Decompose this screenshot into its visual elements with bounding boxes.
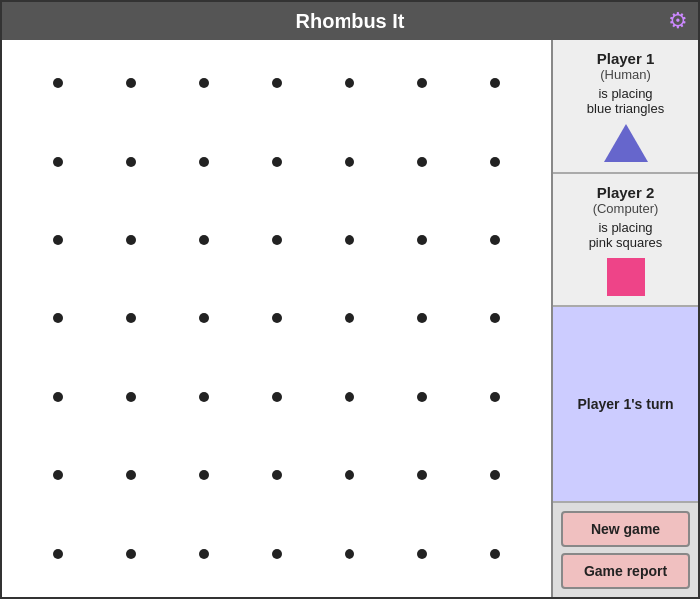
dot-cell[interactable] — [313, 123, 385, 202]
dot — [126, 549, 136, 559]
new-game-button[interactable]: New game — [561, 511, 690, 547]
dot-cell[interactable] — [385, 514, 458, 593]
dot — [490, 313, 500, 323]
dot — [272, 313, 282, 323]
dot-cell[interactable] — [168, 44, 241, 123]
dot-cell[interactable] — [313, 357, 385, 436]
app: Rhombus It ⚙ Player 1 (Human) is placing… — [0, 0, 700, 599]
dot — [199, 78, 209, 88]
dot-cell[interactable] — [22, 514, 95, 593]
dot-cell[interactable] — [313, 280, 385, 358]
game-report-button[interactable]: Game report — [561, 553, 690, 589]
dot-cell[interactable] — [458, 357, 531, 436]
dot — [53, 157, 63, 167]
dot-cell[interactable] — [22, 44, 95, 123]
dot-cell[interactable] — [168, 280, 241, 358]
dot-cell[interactable] — [95, 436, 168, 515]
dot — [345, 235, 354, 245]
dot-cell[interactable] — [168, 514, 241, 593]
dot — [490, 235, 500, 245]
dot — [126, 392, 136, 402]
dot-cell[interactable] — [168, 201, 241, 280]
dot-cell[interactable] — [385, 44, 458, 123]
dot — [490, 157, 500, 167]
sidebar: Player 1 (Human) is placing blue triangl… — [553, 40, 698, 597]
player2-shape-display — [563, 258, 688, 296]
dot-cell[interactable] — [385, 123, 458, 202]
dot — [199, 313, 209, 323]
dot — [53, 235, 63, 245]
dot-cell[interactable] — [313, 436, 385, 515]
dot-cell[interactable] — [95, 123, 168, 202]
dot-cell[interactable] — [22, 201, 95, 280]
dot-cell[interactable] — [241, 280, 314, 358]
dot — [126, 313, 136, 323]
dot-cell[interactable] — [313, 44, 385, 123]
dot — [345, 313, 354, 323]
dot-cell[interactable] — [241, 123, 314, 202]
dot-cell[interactable] — [168, 357, 241, 436]
dot-cell[interactable] — [385, 201, 458, 280]
dot — [199, 470, 209, 480]
blue-triangle-icon — [604, 124, 648, 162]
dot — [490, 470, 500, 480]
dot — [417, 235, 427, 245]
dot-cell[interactable] — [95, 201, 168, 280]
dot — [199, 392, 209, 402]
grid-panel — [2, 40, 553, 597]
dot — [272, 470, 282, 480]
dot-cell[interactable] — [458, 44, 531, 123]
dot-cell[interactable] — [458, 514, 531, 593]
dot-cell[interactable] — [168, 123, 241, 202]
dot — [272, 157, 282, 167]
dot — [126, 78, 136, 88]
dot-cell[interactable] — [22, 436, 95, 515]
titlebar: Rhombus It ⚙ — [2, 2, 698, 40]
dot-cell[interactable] — [241, 201, 314, 280]
player2-action: is placing pink squares — [563, 220, 688, 250]
dot — [345, 470, 354, 480]
dot-cell[interactable] — [458, 436, 531, 515]
dot — [126, 235, 136, 245]
dot-cell[interactable] — [458, 123, 531, 202]
dot-cell[interactable] — [241, 436, 314, 515]
dot-cell[interactable] — [313, 201, 385, 280]
dot — [417, 549, 427, 559]
dot-cell[interactable] — [168, 436, 241, 515]
player2-name: Player 2 — [563, 184, 688, 201]
dot — [53, 392, 63, 402]
dot-cell[interactable] — [458, 201, 531, 280]
dot — [199, 157, 209, 167]
dot — [345, 392, 354, 402]
dot-cell[interactable] — [95, 514, 168, 593]
dot — [272, 78, 282, 88]
settings-button[interactable]: ⚙ — [668, 8, 688, 34]
player2-card: Player 2 (Computer) is placing pink squa… — [553, 174, 698, 307]
dot-cell[interactable] — [241, 514, 314, 593]
dot — [345, 157, 354, 167]
dot-cell[interactable] — [22, 123, 95, 202]
player1-name: Player 1 — [563, 50, 688, 67]
dot-cell[interactable] — [241, 44, 314, 123]
dot-cell[interactable] — [22, 280, 95, 358]
dot-cell[interactable] — [313, 514, 385, 593]
dot-cell[interactable] — [22, 357, 95, 436]
dot-cell[interactable] — [458, 280, 531, 358]
dot-cell[interactable] — [241, 357, 314, 436]
dot-cell[interactable] — [385, 436, 458, 515]
dot — [417, 157, 427, 167]
dot-cell[interactable] — [95, 280, 168, 358]
player1-type: (Human) — [563, 67, 688, 82]
dot-cell[interactable] — [95, 357, 168, 436]
dot — [199, 235, 209, 245]
dot — [126, 470, 136, 480]
dot-grid — [22, 44, 531, 593]
dot-cell[interactable] — [385, 357, 458, 436]
dot-cell[interactable] — [385, 280, 458, 358]
main-area: Player 1 (Human) is placing blue triangl… — [2, 40, 698, 597]
turn-indicator: Player 1's turn — [553, 307, 698, 503]
dot — [272, 549, 282, 559]
dot-cell[interactable] — [95, 44, 168, 123]
dot — [345, 549, 354, 559]
dot — [53, 470, 63, 480]
